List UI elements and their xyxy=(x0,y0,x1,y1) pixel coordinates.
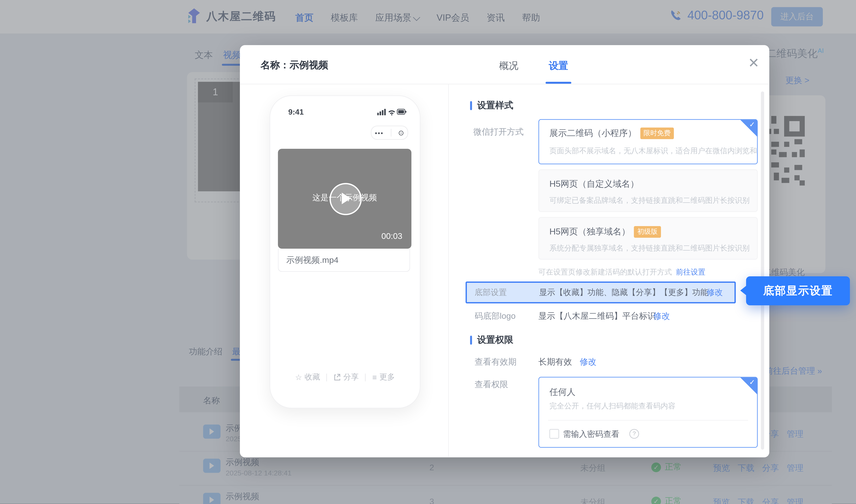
phone-mockup: 9:41 ••• ⊙ 这是一个示例视频 0 xyxy=(270,95,420,409)
style-section-title: 设置样式 xyxy=(477,100,513,111)
miniprogram-menu-pill[interactable]: ••• ⊙ xyxy=(371,126,408,140)
status-time: 9:41 xyxy=(288,108,304,116)
share-icon xyxy=(334,374,341,381)
status-icons xyxy=(377,108,407,115)
basic-badge: 初级版 xyxy=(634,226,661,238)
modal-title: 名称：示例视频 xyxy=(260,59,328,72)
code-logo-label: 码底部logo xyxy=(475,310,515,322)
option-miniprogram-qr[interactable]: ✓ 展示二维码（小程序） 限时免费 页面头部不展示域名，无八木屋标识，适合用户在… xyxy=(538,119,758,164)
play-button[interactable] xyxy=(329,183,362,215)
view-permission-label: 查看权限 xyxy=(475,379,508,391)
video-duration: 00:03 xyxy=(381,231,403,241)
modify-validity-link[interactable]: 修改 xyxy=(580,356,597,368)
bottom-settings-highlight[interactable]: 底部设置 显示【收藏】功能、隐藏【分享】【更多】功能 修改 xyxy=(465,282,736,303)
tab-overview[interactable]: 概况 xyxy=(499,60,518,72)
selected-check-icon: ✓ xyxy=(749,378,755,386)
section-bar xyxy=(470,336,472,345)
pane-divider xyxy=(448,84,449,457)
share-button[interactable]: 分享 xyxy=(334,372,359,382)
password-checkbox[interactable] xyxy=(549,429,559,439)
bottom-display-tooltip: 底部显示设置 xyxy=(746,276,850,305)
close-icon[interactable]: ✕ xyxy=(748,55,759,71)
tooltip-text: 底部显示设置 xyxy=(763,283,833,298)
option-h5-exclusive-domain[interactable]: H5网页（独享域名） 初级版 系统分配专属独享域名，支持链接直跳和二维码图片长按… xyxy=(538,217,758,259)
password-checkbox-label: 需输入密码查看 xyxy=(563,429,619,440)
validity-label: 查看有效期 xyxy=(475,356,516,368)
goto-settings-link[interactable]: 前往设置 xyxy=(676,268,705,276)
permission-anyone-option[interactable]: ✓ 任何人 完全公开，任何人扫码都能查看码内容 需输入密码查看 xyxy=(538,377,758,448)
more-button[interactable]: ≡ 更多 xyxy=(372,372,395,382)
option-h5-custom-domain[interactable]: H5网页（自定义域名） 可绑定已备案品牌域名，支持链接直跳和二维码图片长按识别 xyxy=(538,169,758,212)
menu-icon: ≡ xyxy=(372,373,377,382)
video-settings-modal: 名称：示例视频 概况 设置 ✕ 9:41 ••• xyxy=(240,45,769,457)
validity-value: 长期有效 xyxy=(538,356,572,368)
permission-section-title: 设置权限 xyxy=(477,334,513,346)
page: 八木屋二维码 首页 模板库 应用场景 VIP会员 资讯 帮助 400-800-9… xyxy=(0,0,856,504)
video-filename: 示例视频.mp4 xyxy=(278,249,410,272)
tab-settings-underline xyxy=(546,82,571,84)
free-badge: 限时免费 xyxy=(640,128,674,139)
permission-option-desc: 完全公开，任何人扫码都能查看码内容 xyxy=(549,401,675,411)
code-logo-value: 显示【八木屋二维码】平台标识 xyxy=(538,310,656,322)
bottom-settings-value: 显示【收藏】功能、隐藏【分享】【更多】功能 xyxy=(539,287,708,298)
tooltip-arrow xyxy=(740,285,747,296)
modify-logo-link[interactable]: 修改 xyxy=(653,310,670,322)
default-open-note: 可在设置页修改新建活码的默认打开方式前往设置 xyxy=(538,267,705,277)
favorite-button[interactable]: ☆ 收藏 xyxy=(295,372,320,382)
header-divider xyxy=(240,84,769,85)
video-player: 这是一个示例视频 00:03 xyxy=(278,149,411,249)
section-bar xyxy=(470,101,472,110)
divider xyxy=(548,420,748,421)
phone-bottom-bar: ☆ 收藏 分享 ≡ 更多 xyxy=(270,372,420,382)
modify-bottom-link[interactable]: 修改 xyxy=(707,287,723,298)
more-dots-icon: ••• xyxy=(375,129,384,136)
star-icon: ☆ xyxy=(295,373,302,382)
tab-settings[interactable]: 设置 xyxy=(549,60,568,72)
help-icon[interactable] xyxy=(629,429,639,439)
permission-option-title: 任何人 xyxy=(549,386,576,398)
close-capsule-icon: ⊙ xyxy=(398,128,404,137)
modal-scrollbar[interactable] xyxy=(761,91,764,450)
selected-check-icon: ✓ xyxy=(749,121,755,129)
bottom-settings-label: 底部设置 xyxy=(475,287,507,298)
open-mode-label: 微信打开方式 xyxy=(473,126,524,138)
